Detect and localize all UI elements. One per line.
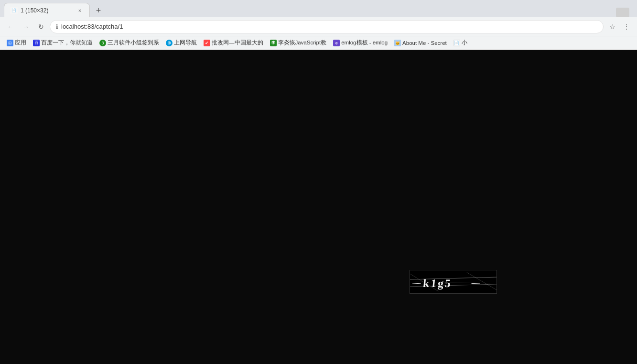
bookmark-label-doc: 小 [462, 39, 467, 46]
bookmark-favicon-emlog: e [333, 40, 340, 46]
address-bar[interactable]: ℹ localhost:83/captcha/1 [50, 20, 604, 33]
bookmark-label-apps: 应用 [15, 39, 26, 46]
toolbar-right: ☆ ⋮ [605, 20, 633, 33]
bookmark-favicon-apps: ⊞ [7, 40, 13, 46]
page-content: — k1g5 — [0, 50, 637, 364]
tab-bar: 📄 1 (150×32) × + [0, 0, 637, 17]
bookmark-360[interactable]: 3 三月软件小组签到系 [97, 38, 162, 47]
bookmark-apps[interactable]: ⊞ 应用 [4, 38, 29, 47]
tab-close-button[interactable]: × [76, 7, 84, 14]
bookmark-emlog[interactable]: e emlog模板 - emlog [330, 38, 390, 47]
svg-text:🐱: 🐱 [395, 41, 400, 45]
bookmark-favicon-baidu: 百 [33, 40, 40, 46]
back-button[interactable]: ← [4, 20, 17, 33]
browser-chrome: 📄 1 (150×32) × + ← → ↻ ℹ localhost:83/ca… [0, 0, 637, 50]
window-controls [616, 8, 629, 17]
svg-text:—: — [411, 278, 421, 288]
toolbar: ← → ↻ ℹ localhost:83/captcha/1 ☆ ⋮ [0, 17, 637, 36]
bookmark-liyan[interactable]: 李 李炎恢JavaScript教 [267, 38, 330, 47]
bookmark-doc[interactable]: 📄 小 [451, 38, 470, 47]
forward-button[interactable]: → [19, 20, 32, 33]
bookmark-favicon-doc: 📄 [453, 40, 460, 46]
bookmark-favicon-aboutme: 🐱 [394, 40, 401, 46]
bookmark-label-shangwang: 上网导航 [174, 39, 197, 46]
security-icon: ℹ [56, 23, 58, 30]
bookmark-label-pigai: 批改网—中国最大的 [212, 39, 263, 46]
new-tab-button[interactable]: + [92, 4, 105, 17]
bookmark-favicon-shangwang: ⊕ [166, 40, 173, 46]
svg-text:k1g5: k1g5 [422, 277, 453, 289]
tab-title: 1 (150×32) [21, 7, 73, 14]
bookmark-label-360: 三月软件小组签到系 [108, 39, 159, 46]
bookmark-label-aboutme: About Me - Secret [402, 40, 447, 46]
browser-tab[interactable]: 📄 1 (150×32) × [4, 3, 90, 17]
captcha-image: — k1g5 — [410, 270, 497, 294]
bookmarks-button[interactable]: ☆ [605, 20, 619, 33]
bookmark-label-emlog: emlog模板 - emlog [341, 39, 388, 46]
bookmark-aboutme[interactable]: 🐱 About Me - Secret [391, 39, 450, 47]
bookmark-label-liyan: 李炎恢JavaScript教 [278, 39, 327, 46]
bookmark-baidu[interactable]: 百 百度一下，你就知道 [30, 38, 96, 47]
bookmark-pigai[interactable]: ✔ 批改网—中国最大的 [201, 38, 266, 47]
bookmark-favicon-pigai: ✔ [204, 40, 210, 46]
bookmark-favicon-liyan: 李 [270, 40, 277, 46]
bookmarks-bar: ⊞ 应用 百 百度一下，你就知道 3 三月软件小组签到系 ⊕ 上网导航 ✔ 批改… [0, 36, 637, 50]
bookmark-favicon-360: 3 [99, 40, 106, 46]
tab-favicon: 📄 [10, 7, 18, 14]
more-button[interactable]: ⋮ [620, 20, 633, 33]
svg-text:—: — [471, 278, 480, 288]
reload-button[interactable]: ↻ [34, 20, 48, 33]
bookmark-shangwang[interactable]: ⊕ 上网导航 [163, 38, 200, 47]
bookmark-label-baidu: 百度一下，你就知道 [41, 39, 93, 46]
url-text: localhost:83/captcha/1 [61, 23, 597, 30]
